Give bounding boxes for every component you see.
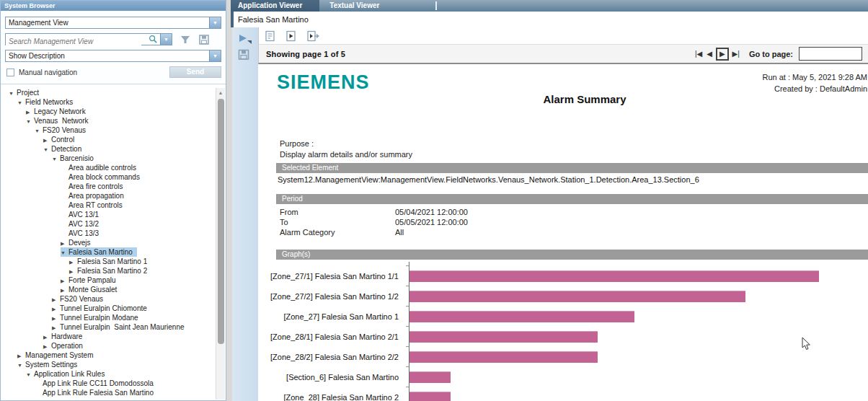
period-label: From — [280, 207, 395, 217]
tree-item[interactable]: ▶Tunnel Euralpin Saint Jean Maurienne — [1, 322, 216, 332]
tree-item[interactable]: ▶FS20 Venaus — [1, 294, 216, 304]
selected-element-path: System12.ManagementView:ManagementView.F… — [278, 175, 699, 184]
chevron-down-icon[interactable]: ▼ — [9, 89, 17, 98]
tree-item[interactable]: ▼Project — [1, 88, 216, 97]
description-mode-dropdown[interactable]: Show Description ▼ — [5, 50, 221, 62]
run-export-icon[interactable] — [306, 30, 319, 42]
axis-tick — [406, 326, 409, 327]
search-box[interactable]: ▼ — [5, 33, 172, 45]
tree-item[interactable]: Area audible controls — [1, 163, 216, 172]
save-report-icon[interactable] — [238, 49, 250, 61]
tree-item[interactable]: ▶Forte Pampalu — [1, 276, 216, 285]
chevron-down-icon[interactable]: ▼ — [17, 98, 25, 107]
tree-item-selected[interactable]: ▼Falesia San Martino — [1, 247, 216, 257]
tree-item[interactable]: ▶Hardware — [1, 332, 216, 341]
manual-navigation-checkbox[interactable] — [6, 69, 14, 76]
send-button[interactable]: Send — [169, 66, 221, 78]
report-toolbar — [258, 27, 868, 45]
run-report-icon[interactable] — [238, 33, 252, 45]
tree-item-label: Tunnel Euralpin Modane — [60, 314, 138, 322]
scroll-up-icon[interactable]: ▲ — [216, 88, 225, 97]
tree-item[interactable]: App Link Rule Falesia San Martino — [1, 388, 216, 397]
tab-application-viewer[interactable]: Application Viewer — [231, 0, 319, 12]
report-side-strip — [232, 27, 258, 401]
chevron-down-icon[interactable]: ▼ — [26, 117, 34, 126]
next-page-icon[interactable]: ▶ — [716, 48, 729, 61]
prev-page-icon[interactable]: ◀ — [706, 49, 713, 59]
first-page-icon[interactable]: |◀ — [694, 49, 703, 59]
tree-item[interactable]: ▼Barcenisio — [1, 154, 216, 163]
chart-bar — [409, 311, 634, 322]
axis-tick — [406, 387, 409, 387]
chevron-down-icon[interactable]: ▼ — [209, 50, 221, 61]
chevron-down-icon[interactable]: ▼ — [43, 145, 51, 154]
tree-item[interactable]: Area propagation — [1, 191, 216, 200]
tree-item[interactable]: ▶Control — [1, 135, 216, 144]
tree-item[interactable]: ▼Venaus Network — [1, 116, 216, 125]
filter-icon[interactable] — [180, 34, 191, 45]
chevron-down-icon[interactable]: ▼ — [17, 361, 25, 370]
tree-scrollbar[interactable]: ▲ — [216, 88, 225, 400]
tree-item-label: Area propagation — [68, 192, 124, 200]
view-selector-value: Management View — [6, 17, 221, 28]
view-selector-dropdown[interactable]: Management View ▼ — [5, 17, 221, 29]
chevron-down-icon[interactable]: ▼ — [160, 34, 172, 45]
tree-item-label: AVC 13/3 — [68, 229, 99, 237]
tree-item[interactable]: ▼System Settings — [1, 360, 216, 369]
tree-item-label: FS20 Venaus — [60, 295, 103, 303]
tree-item[interactable]: ▶Management System — [1, 351, 216, 360]
tree-item[interactable]: ▶Operation — [1, 341, 216, 351]
search-icon[interactable] — [149, 35, 158, 44]
tree-item[interactable]: ▼Application Link Rules — [1, 369, 216, 379]
tree-item[interactable]: ▶Tunnel Euralpin Modane — [1, 313, 216, 322]
period-value: 05/04/2021 12:00:00 — [395, 207, 468, 217]
tree-item[interactable]: ▶Falesia San Martino 2 — [1, 266, 216, 276]
chart-category-label: [Zone_28/2] Falesia San Martino 2/2 — [270, 353, 399, 361]
tree-item[interactable]: ▼Detection — [1, 144, 216, 154]
tree-item[interactable]: ▶Monte Giusalet — [1, 285, 216, 294]
tree-item[interactable]: AVC 13/2 — [1, 219, 216, 229]
chevron-down-icon[interactable]: ▼ — [52, 154, 60, 164]
tree-item[interactable]: ▶Devejs — [1, 238, 216, 247]
chevron-down-icon[interactable]: ▼ — [61, 248, 68, 257]
period-value: All — [395, 227, 404, 237]
tree-item[interactable]: AVC 13/3 — [1, 229, 216, 238]
tab-textual-viewer[interactable]: Textual Viewer — [319, 0, 389, 12]
system-browser-tree: ▼Project▼Field Networks▶Legacy Network▼V… — [1, 88, 216, 400]
scrollbar-thumb[interactable] — [218, 99, 224, 344]
section-header-period: Period — [276, 194, 868, 204]
tree-item-label: System Settings — [25, 361, 77, 369]
chevron-down-icon[interactable]: ▼ — [26, 370, 34, 379]
showing-page-label: Showing page 1 of 5 — [259, 50, 345, 58]
tree-item[interactable]: Area block commands — [1, 172, 216, 182]
chevron-down-icon[interactable]: ▼ — [35, 126, 43, 136]
chart-bar — [409, 392, 451, 401]
chevron-down-icon[interactable]: ▼ — [209, 17, 221, 28]
chart-bar — [409, 291, 745, 302]
run-icon[interactable] — [285, 30, 296, 42]
panel-title: System Browser — [1, 1, 226, 11]
manual-navigation-label: Manual navigation — [19, 69, 77, 76]
save-search-icon[interactable] — [198, 34, 210, 45]
breadcrumb-row: Falesia San Martino — [234, 12, 868, 27]
goto-page-input[interactable] — [799, 47, 862, 61]
tree-item[interactable]: AVC 13/1 — [1, 210, 216, 219]
last-page-icon[interactable]: ▶| — [732, 49, 740, 59]
tree-item[interactable]: Area RT controls — [1, 200, 216, 210]
axis-tick — [406, 346, 409, 347]
tree-item[interactable]: Area fire controls — [1, 182, 216, 191]
tree-item[interactable]: App Link Rule CC11 Domodossola — [1, 379, 216, 388]
siemens-logo: SIEMENS — [277, 71, 370, 94]
tree-item[interactable]: ▶Tunnel Euralpin Chiomonte — [1, 304, 216, 313]
tree-item[interactable]: ▼FS20 Venaus — [1, 125, 216, 135]
tree-item[interactable]: ▶Falesia San Martino 1 — [1, 257, 216, 266]
tree-item[interactable]: ▶Legacy Network — [1, 107, 216, 116]
axis-tick — [406, 265, 409, 266]
chart-category-label: [Zone_27/2] Falesia San Martino 1/2 — [270, 292, 399, 301]
purpose-text: Display alarm details and/or summary — [280, 150, 412, 159]
system-browser-panel: System Browser Management View ▼ ▼ Show … — [0, 0, 226, 401]
search-input[interactable] — [6, 37, 141, 46]
chart-category-label: [Zone_28] Falesia San Martino 2 — [283, 393, 399, 401]
tree-item[interactable]: ▼Field Networks — [1, 97, 216, 107]
report-parameters-icon[interactable] — [265, 30, 275, 42]
